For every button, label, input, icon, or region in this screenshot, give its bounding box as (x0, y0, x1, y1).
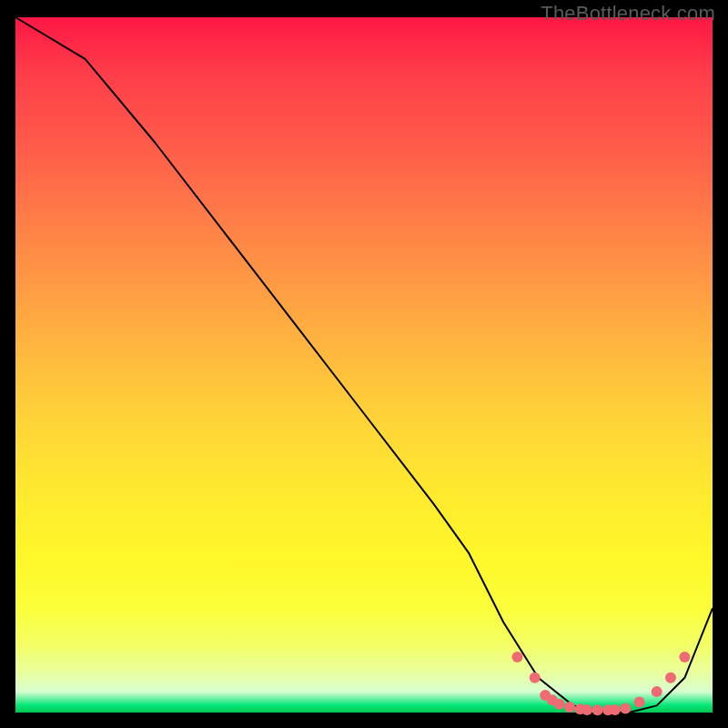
gradient-background (15, 17, 713, 713)
watermark-text: TheBottleneck.com (541, 2, 715, 25)
chart-stage: TheBottleneck.com (0, 0, 728, 728)
